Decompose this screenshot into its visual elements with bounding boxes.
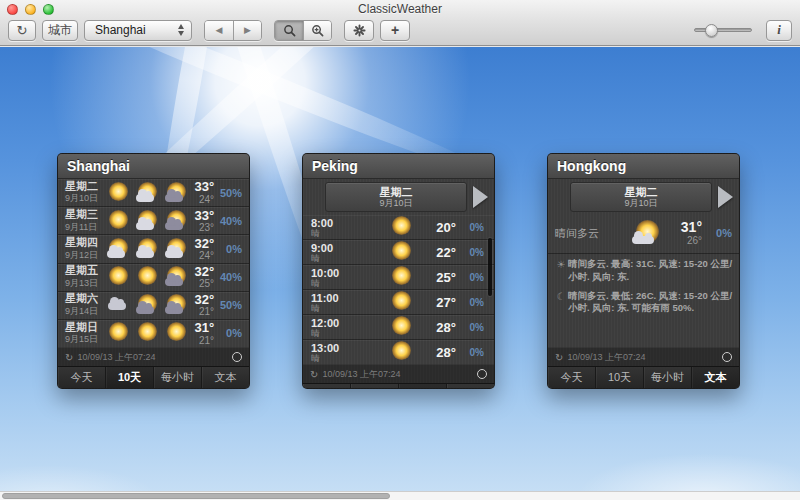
status-ring-icon[interactable] <box>232 352 242 362</box>
zoom-out-magnifier-icon <box>283 24 296 37</box>
hour-row[interactable]: 11:00晴 27° 0% <box>303 290 494 315</box>
sun-icon <box>105 209 132 233</box>
forecast-row[interactable]: 星期五9月13日 32°25° 40% <box>58 264 249 292</box>
sun-icon <box>105 321 132 345</box>
window-title: ClassicWeather <box>0 2 800 16</box>
sun-icon <box>388 240 415 264</box>
precip-chance: 50% <box>219 299 242 311</box>
day-selector-button[interactable]: 星期二 9月10日 <box>325 182 467 212</box>
slider-knob[interactable] <box>705 24 718 37</box>
view-tabs: 今天 10天 每小时 文本 <box>548 366 739 388</box>
tab-10day[interactable]: 10天 <box>106 367 154 388</box>
tab-today[interactable]: 今天 <box>58 367 106 388</box>
weather-panel-peking: Peking 星期二 9月10日 8:00晴 20° 0% 9:00晴 <box>302 153 495 389</box>
day-label: 星期五 <box>65 264 105 277</box>
hour-row[interactable]: 8:00晴 20° 0% <box>303 215 494 240</box>
tab-hourly[interactable]: 每小时 <box>644 367 692 388</box>
view-tabs: 今天 10天 每小时 文本 <box>58 366 249 388</box>
high-temp: 33° <box>190 209 214 223</box>
tab-hourly[interactable]: 每小时 <box>399 384 447 389</box>
low-temp: 24° <box>190 251 214 261</box>
forward-button[interactable]: ▶ <box>233 21 261 40</box>
partly-cloudy-icon <box>134 209 161 233</box>
night-forecast-block: ☾ 晴间多云. 最低: 26C. 风速: 15-20 公里/小时. 风向: 东.… <box>554 290 733 316</box>
city-select-value: Shanghai <box>95 23 175 37</box>
refresh-icon[interactable]: ↻ <box>65 352 73 363</box>
refresh-button[interactable]: ↻ <box>8 20 36 41</box>
condition-label: 晴 <box>311 304 376 313</box>
vertical-scrollbar-thumb[interactable] <box>488 238 492 296</box>
day-selector-button[interactable]: 星期二 9月10日 <box>570 182 712 212</box>
tab-10day[interactable]: 10天 <box>351 384 399 389</box>
status-ring-icon[interactable] <box>477 369 487 379</box>
tab-today[interactable]: 今天 <box>548 367 596 388</box>
status-ring-icon[interactable] <box>722 352 732 362</box>
sun-icon <box>388 290 415 314</box>
precip-chance: 0% <box>219 243 242 255</box>
tab-10day[interactable]: 10天 <box>596 367 644 388</box>
hour-label: 9:00 <box>311 242 376 254</box>
back-button[interactable]: ◀ <box>205 21 233 40</box>
tab-text[interactable]: 文本 <box>202 367 249 388</box>
horizontal-scrollbar-thumb[interactable] <box>2 493 390 499</box>
weather-panel-shanghai: Shanghai 星期二9月10日 33°24° 50% 星期三9月11日 <box>57 153 250 389</box>
view-tabs: 今天 10天 每小时 文本 <box>303 383 494 389</box>
condition-label: 晴 <box>311 254 376 263</box>
forecast-row[interactable]: 星期六9月14日 32°21° 50% <box>58 292 249 320</box>
panel-title: Shanghai <box>58 154 249 179</box>
partly-cloudy-icon <box>105 237 132 261</box>
next-day-arrow-icon[interactable] <box>718 186 733 208</box>
hour-temp: 28° <box>426 320 456 335</box>
forecast-row[interactable]: 星期二9月10日 33°24° 50% <box>58 179 249 207</box>
sun-icon <box>134 265 161 289</box>
forecast-text-body: ☀ 晴间多云. 最高: 31C. 风速: 15-20 公里/小时. 风向: 东.… <box>548 254 739 347</box>
hour-row[interactable]: 10:00晴 25° 0% <box>303 265 494 290</box>
high-temp: 32° <box>190 265 214 279</box>
hour-row[interactable]: 9:00晴 22° 0% <box>303 240 494 265</box>
panel-title: Hongkong <box>548 154 739 179</box>
refresh-icon[interactable]: ↻ <box>310 369 318 380</box>
high-temp: 33° <box>190 180 214 194</box>
city-list-button-label: 城市 <box>48 22 72 39</box>
city-select[interactable]: Shanghai <box>84 20 192 41</box>
tab-text[interactable]: 文本 <box>692 367 739 388</box>
mostly-cloudy-icon <box>134 293 161 317</box>
weather-panel-hongkong: Hongkong 星期二 9月10日 晴间多云 31° 26° 0% ☀ <box>547 153 740 389</box>
hour-row[interactable]: 13:00晴 28° 0% <box>303 340 494 364</box>
low-temp: 26° <box>668 236 702 246</box>
horizontal-scrollbar[interactable] <box>0 491 800 500</box>
hour-label: 12:00 <box>311 317 376 329</box>
zoom-in-button[interactable] <box>303 21 331 40</box>
city-list-button[interactable]: 城市 <box>42 20 78 41</box>
refresh-icon[interactable]: ↻ <box>555 352 563 363</box>
forecast-rows: 星期二9月10日 33°24° 50% 星期三9月11日 <box>58 179 249 347</box>
forecast-row[interactable]: 星期三9月11日 33°23° 40% <box>58 207 249 235</box>
hour-temp: 20° <box>426 220 456 235</box>
toolbar-right-group: i <box>694 20 792 41</box>
tab-today[interactable]: 今天 <box>303 384 351 389</box>
forecast-row[interactable]: 星期日9月15日 31°21° 0% <box>58 320 249 347</box>
panel-title: Peking <box>303 154 494 179</box>
hour-label: 11:00 <box>311 292 376 304</box>
add-city-button[interactable]: + <box>380 20 410 41</box>
day-label: 星期三 <box>65 208 105 221</box>
day-label: 星期六 <box>65 292 105 305</box>
info-button[interactable]: i <box>766 20 792 41</box>
forecast-row[interactable]: 星期四9月12日 32°24° 0% <box>58 235 249 263</box>
next-day-arrow-icon[interactable] <box>473 186 488 208</box>
last-updated: 10/09/13 上午07:24 <box>567 351 722 364</box>
date-label: 9月13日 <box>65 277 105 290</box>
forward-icon: ▶ <box>244 25 251 35</box>
hour-temp: 28° <box>426 345 456 360</box>
partly-cloudy-icon <box>163 237 190 261</box>
low-temp: 21° <box>190 307 214 317</box>
day-label: 星期日 <box>65 321 105 334</box>
settings-button[interactable] <box>344 20 374 41</box>
hour-row[interactable]: 12:00晴 28° 0% <box>303 315 494 340</box>
zoom-out-button[interactable] <box>275 21 303 40</box>
opacity-slider[interactable] <box>694 28 752 32</box>
nav-segmented-control: ◀ ▶ <box>204 20 262 41</box>
tab-text[interactable]: 文本 <box>447 384 494 389</box>
tab-hourly[interactable]: 每小时 <box>154 367 202 388</box>
moon-bullet-icon: ☾ <box>554 290 568 316</box>
